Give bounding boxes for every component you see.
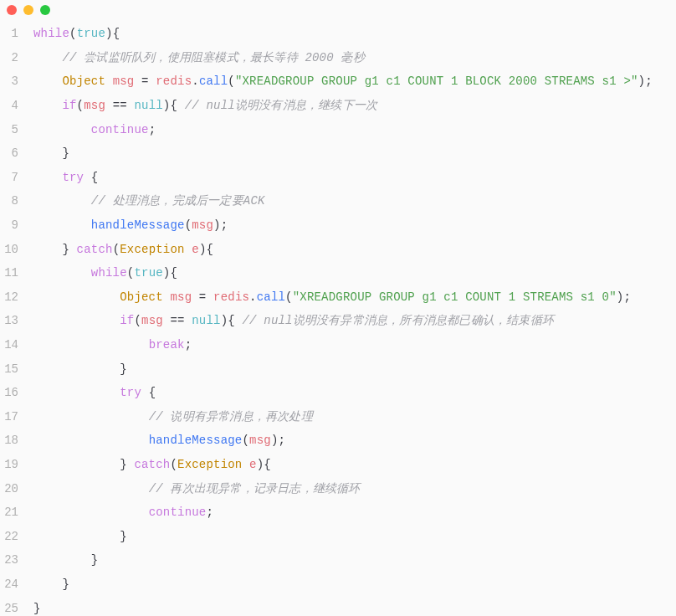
code-content[interactable]: // 再次出现异常，记录日志，继续循环 <box>33 481 361 496</box>
token-keyword: catch <box>77 243 113 256</box>
code-content[interactable]: continue; <box>33 123 156 136</box>
code-content[interactable]: // 处理消息，完成后一定要ACK <box>33 193 265 208</box>
line-number: 20 <box>0 482 33 495</box>
close-icon[interactable] <box>7 5 17 15</box>
token-ident: redis <box>156 74 192 88</box>
code-area: 1while(true){2 // 尝试监听队列，使用阻塞模式，最长等待 200… <box>0 18 676 616</box>
token-keyword: try <box>62 171 84 184</box>
code-content[interactable]: // 尝试监听队列，使用阻塞模式，最长等待 2000 毫秒 <box>33 50 365 65</box>
maximize-icon[interactable] <box>40 5 50 15</box>
code-line: 22 } <box>0 524 676 548</box>
code-content[interactable]: Object msg = redis.call("XREADGROUP GROU… <box>33 290 631 304</box>
line-number: 24 <box>0 578 33 591</box>
token-keyword: if <box>62 99 76 112</box>
code-content[interactable]: try { <box>33 386 156 399</box>
line-number: 6 <box>0 146 33 160</box>
code-line: 24 } <box>0 572 676 597</box>
token-plain <box>149 74 156 88</box>
line-number: 11 <box>0 266 33 280</box>
code-content[interactable]: handleMessage(msg); <box>33 218 228 232</box>
token-punct: } <box>120 530 127 543</box>
code-content[interactable]: } <box>33 362 127 376</box>
token-punct: ( <box>185 218 192 232</box>
line-number: 5 <box>0 123 33 136</box>
token-punct: ); <box>638 74 653 88</box>
code-content[interactable]: } <box>33 530 127 543</box>
code-content[interactable]: } <box>33 553 98 567</box>
code-content[interactable]: while(true){ <box>33 266 177 280</box>
token-keyword: try <box>120 386 141 399</box>
token-type: Exception <box>120 243 184 256</box>
code-content[interactable]: while(true){ <box>33 27 120 40</box>
token-punct: ); <box>271 434 285 447</box>
code-content[interactable]: if(msg == null){ // null说明没有异常消息，所有消息都已确… <box>33 313 554 328</box>
token-punct: ){ <box>199 243 213 256</box>
token-string: "XREADGROUP GROUP g1 c1 COUNT 1 BLOCK 20… <box>235 74 638 88</box>
line-number: 2 <box>0 51 33 64</box>
code-content[interactable]: } catch(Exception e){ <box>33 243 213 256</box>
token-punct: } <box>33 602 41 615</box>
token-keyword: continue <box>149 506 207 519</box>
line-number: 10 <box>0 243 33 256</box>
code-line: 3 Object msg = redis.call("XREADGROUP GR… <box>0 69 676 94</box>
token-punct: { <box>149 386 156 399</box>
code-line: 6 } <box>0 141 676 166</box>
token-keyword: continue <box>91 123 149 136</box>
code-line: 17 // 说明有异常消息，再次处理 <box>0 405 676 429</box>
code-content[interactable]: } <box>33 602 41 615</box>
code-line: 19 } catch(Exception e){ <box>0 453 676 477</box>
token-punct: } <box>120 458 134 471</box>
line-number: 18 <box>0 434 33 447</box>
code-line: 21 continue; <box>0 501 676 525</box>
code-content[interactable]: } <box>33 146 69 160</box>
token-literal: true <box>77 27 105 40</box>
token-punct: ( <box>77 99 84 112</box>
code-content[interactable]: if(msg == null){ // null说明没有消息，继续下一次 <box>33 98 377 113</box>
window-controls <box>0 0 676 18</box>
code-line: 11 while(true){ <box>0 261 676 285</box>
token-plain <box>242 458 249 471</box>
minimize-icon[interactable] <box>23 5 33 15</box>
token-ident: redis <box>213 290 249 304</box>
token-comment: // null说明没有消息，继续下一次 <box>185 99 378 112</box>
token-punct: ; <box>185 338 192 352</box>
token-keyword: if <box>120 314 134 327</box>
token-literal: true <box>134 266 162 280</box>
code-line: 18 handleMessage(msg); <box>0 429 676 453</box>
token-punct: } <box>91 553 99 567</box>
token-func: call <box>199 74 228 88</box>
token-plain <box>192 290 199 304</box>
code-content[interactable]: handleMessage(msg); <box>33 434 285 447</box>
token-punct: ); <box>213 218 228 232</box>
line-number: 9 <box>0 218 33 232</box>
code-line: 1while(true){ <box>0 22 676 46</box>
token-punct: } <box>120 362 127 376</box>
token-comment: // 再次出现异常，记录日志，继续循环 <box>149 482 361 495</box>
token-punct: ){ <box>257 458 271 471</box>
token-punct: } <box>62 243 76 256</box>
token-punct: ( <box>228 74 235 88</box>
code-content[interactable]: Object msg = redis.call("XREADGROUP GROU… <box>33 74 653 88</box>
token-punct: ( <box>285 290 293 304</box>
code-content[interactable]: continue; <box>33 506 213 519</box>
token-literal: null <box>134 99 162 112</box>
line-number: 25 <box>0 602 33 615</box>
code-content[interactable]: } <box>33 578 69 591</box>
token-func: handleMessage <box>91 218 185 232</box>
token-punct: ( <box>69 27 77 40</box>
line-number: 16 <box>0 386 33 399</box>
code-content[interactable]: break; <box>33 338 192 352</box>
code-line: 2 // 尝试监听队列，使用阻塞模式，最长等待 2000 毫秒 <box>0 46 676 70</box>
code-content[interactable]: } catch(Exception e){ <box>33 458 271 471</box>
token-ident: e <box>249 458 257 471</box>
token-punct: } <box>62 146 69 160</box>
code-content[interactable]: // 说明有异常消息，再次处理 <box>33 409 313 424</box>
code-line: 8 // 处理消息，完成后一定要ACK <box>0 189 676 213</box>
code-line: 10 } catch(Exception e){ <box>0 237 676 261</box>
code-line: 7 try { <box>0 166 676 190</box>
code-line: 16 try { <box>0 381 676 405</box>
line-number: 17 <box>0 410 33 424</box>
token-ident: msg <box>141 314 163 327</box>
code-content[interactable]: try { <box>33 171 98 184</box>
line-number: 21 <box>0 506 33 519</box>
